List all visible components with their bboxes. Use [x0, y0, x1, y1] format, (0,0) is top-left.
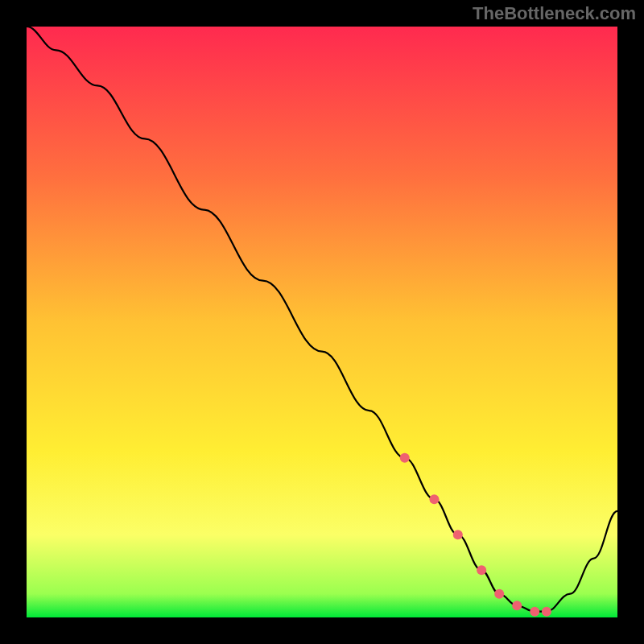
- chart-plot-area: [27, 27, 617, 617]
- highlight-point: [530, 607, 539, 617]
- highlight-point: [453, 530, 463, 539]
- highlight-point: [494, 589, 504, 599]
- highlight-point: [542, 607, 551, 617]
- chart-svg: [27, 27, 617, 617]
- watermark-text: TheBottleneck.com: [473, 3, 636, 24]
- highlight-point: [429, 494, 439, 504]
- chart-background: [27, 27, 617, 617]
- highlight-point: [477, 565, 486, 575]
- highlight-point: [400, 453, 410, 463]
- highlight-point: [512, 601, 522, 610]
- chart-frame: TheBottleneck.com: [0, 0, 644, 644]
